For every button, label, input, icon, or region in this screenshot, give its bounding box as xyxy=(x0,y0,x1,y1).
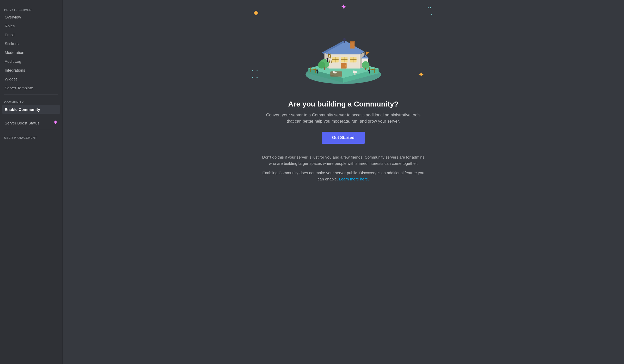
sidebar-item-server-boost-status[interactable]: Server Boost Status xyxy=(2,118,60,128)
sidebar-section-boost: Server Boost Status xyxy=(2,118,60,128)
learn-more-link[interactable]: Learn more here. xyxy=(339,177,369,181)
svg-rect-37 xyxy=(327,60,328,62)
info-paragraph-1: Don't do this if your server is just for… xyxy=(260,154,427,167)
sidebar-item-roles[interactable]: Roles xyxy=(2,22,60,30)
main-headline: Are you building a Community? xyxy=(288,100,398,108)
svg-rect-35 xyxy=(344,40,345,43)
info-paragraph-2: Enabling Community does not make your se… xyxy=(260,170,427,182)
section-label-community: COMMUNITY xyxy=(2,97,60,105)
svg-point-40 xyxy=(368,70,370,71)
sidebar: PRIVATE SERVER Overview Roles Emoji Stic… xyxy=(0,0,63,364)
svg-point-20 xyxy=(345,66,346,67)
sidebar-item-server-template[interactable]: Server Template xyxy=(2,84,60,92)
dots-teal-right-icon: • • • xyxy=(427,5,432,18)
section-label-private-server: PRIVATE SERVER xyxy=(2,4,60,12)
sidebar-item-enable-community[interactable]: Enable Community xyxy=(2,105,60,114)
boost-icon xyxy=(53,120,58,125)
sidebar-section-private-server: PRIVATE SERVER Overview Roles Emoji Stic… xyxy=(2,4,60,92)
section-label-user-management: USER MANAGEMENT xyxy=(2,132,60,140)
sidebar-divider-3 xyxy=(4,130,58,130)
sidebar-section-community: COMMUNITY Enable Community xyxy=(2,97,60,114)
sidebar-divider-2 xyxy=(4,116,58,116)
star-pink-icon: ✦ xyxy=(341,3,347,11)
svg-rect-33 xyxy=(365,68,366,70)
main-subtitle: Convert your server to a Community serve… xyxy=(262,112,424,124)
sidebar-section-user-management: USER MANAGEMENT xyxy=(2,132,60,140)
svg-rect-8 xyxy=(350,41,354,48)
sidebar-item-audit-log[interactable]: Audit Log xyxy=(2,57,60,66)
sidebar-item-emoji[interactable]: Emoji xyxy=(2,30,60,39)
svg-point-42 xyxy=(364,55,365,57)
sidebar-item-integrations[interactable]: Integrations xyxy=(2,66,60,74)
star-yellow-small-icon: ✦ xyxy=(418,70,424,79)
dots-teal-left-icon: • •• • xyxy=(252,68,259,81)
svg-rect-4 xyxy=(374,68,375,73)
content-area: ✦ ✦ ✦ • •• • • • • xyxy=(247,0,440,201)
sidebar-item-moderation[interactable]: Moderation xyxy=(2,48,60,57)
svg-point-44 xyxy=(353,71,355,73)
svg-rect-41 xyxy=(369,71,370,73)
sidebar-item-widget[interactable]: Widget xyxy=(2,75,60,83)
illustration-container xyxy=(289,10,398,94)
svg-point-48 xyxy=(333,71,335,73)
svg-rect-31 xyxy=(324,67,325,70)
get-started-button[interactable]: Get Started xyxy=(322,132,365,144)
sidebar-item-overview[interactable]: Overview xyxy=(2,13,60,21)
svg-point-34 xyxy=(343,38,346,40)
svg-rect-2 xyxy=(315,68,316,73)
svg-point-38 xyxy=(316,70,318,71)
community-illustration xyxy=(294,14,393,90)
svg-line-45 xyxy=(354,73,355,74)
sidebar-divider-1 xyxy=(4,94,58,95)
main-content: ✦ ✦ ✦ • •• • • • • xyxy=(63,0,624,364)
star-yellow-large-icon: ✦ xyxy=(252,8,260,19)
svg-rect-39 xyxy=(317,71,318,73)
svg-point-36 xyxy=(327,58,328,60)
svg-rect-9 xyxy=(350,41,355,42)
svg-rect-1 xyxy=(310,67,311,72)
sidebar-item-stickers[interactable]: Stickers xyxy=(2,39,60,48)
